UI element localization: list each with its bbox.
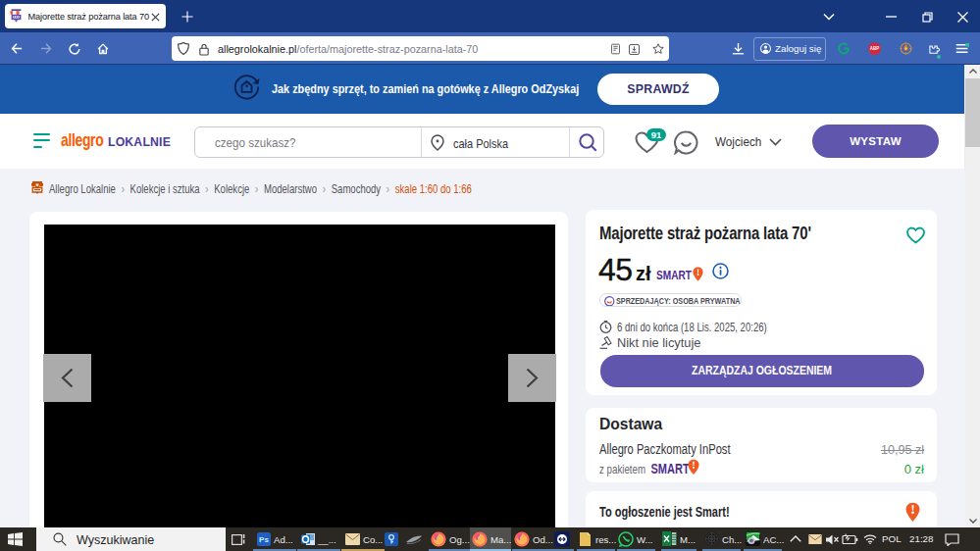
svg-text:ABP: ABP: [870, 46, 880, 51]
svg-text:Ps: Ps: [259, 535, 269, 544]
